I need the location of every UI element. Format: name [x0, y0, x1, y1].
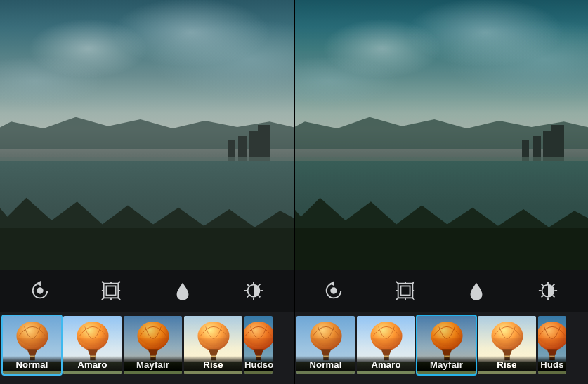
svg-point-37: [330, 287, 337, 293]
contrast-icon: [243, 280, 264, 301]
frame-icon: [100, 280, 122, 301]
blur-button[interactable]: [163, 275, 202, 306]
filter-thumbnail: Rise: [184, 316, 242, 374]
filter-rise[interactable]: Rise: [184, 316, 242, 381]
filter-normal[interactable]: Normal: [3, 316, 61, 381]
filter-hudson[interactable]: Huds: [538, 316, 566, 381]
blur-button[interactable]: [457, 275, 496, 306]
filter-thumbnail: Mayfair: [124, 316, 182, 374]
svg-line-40: [396, 282, 398, 284]
filter-rise[interactable]: Rise: [478, 316, 536, 381]
svg-line-20: [259, 284, 261, 286]
rotate-icon: [30, 280, 51, 301]
drop-icon: [466, 280, 487, 301]
filter-amaro[interactable]: Amaro: [63, 316, 122, 381]
filter-label: Mayfair: [417, 356, 476, 371]
filter-label: Normal: [296, 356, 355, 371]
preview-bridge: [0, 157, 294, 161]
rotate-button[interactable]: [314, 275, 353, 306]
filter-label: Huds: [538, 356, 566, 371]
filter-thumbnail: Huds: [538, 316, 566, 374]
filter-mayfair[interactable]: Mayfair: [417, 316, 476, 381]
svg-line-55: [542, 296, 544, 298]
edit-toolbar: [294, 270, 588, 312]
filter-hudson[interactable]: Hudso: [244, 316, 273, 381]
filter-label: Rise: [184, 356, 242, 371]
filter-label: Amaro: [357, 356, 415, 371]
svg-line-42: [396, 298, 398, 300]
svg-marker-0: [36, 281, 41, 286]
filter-thumbnail: Rise: [478, 316, 536, 374]
filter-label: Mayfair: [124, 356, 182, 371]
filter-mayfair[interactable]: Mayfair: [124, 316, 182, 381]
filter-thumbnail: Mayfair: [417, 316, 476, 374]
svg-line-43: [412, 298, 414, 300]
svg-rect-39: [400, 286, 410, 295]
svg-marker-36: [329, 281, 334, 286]
svg-line-54: [553, 296, 555, 298]
svg-line-53: [542, 284, 544, 286]
svg-line-17: [247, 284, 249, 286]
filter-amaro[interactable]: Amaro: [357, 316, 415, 381]
svg-line-4: [102, 282, 104, 284]
svg-line-7: [119, 298, 121, 300]
svg-line-41: [412, 282, 414, 284]
frame-button[interactable]: [91, 275, 131, 306]
filter-normal[interactable]: Normal: [296, 316, 355, 381]
rotate-icon: [323, 280, 344, 301]
editor-pane-right: Normal Amaro Mayfair: [294, 0, 588, 384]
svg-point-1: [37, 287, 43, 293]
edit-toolbar: [0, 270, 294, 312]
frame-button[interactable]: [386, 275, 425, 306]
editor-pane-left: Normal Amaro Mayfair: [0, 0, 294, 384]
filter-label: Hudso: [244, 356, 273, 371]
filter-label: Rise: [478, 356, 536, 371]
filter-label: Amaro: [63, 356, 122, 371]
svg-rect-3: [107, 286, 116, 295]
filter-thumbnail: Normal: [3, 316, 61, 374]
svg-line-18: [259, 296, 261, 298]
filter-thumbnail: Hudso: [244, 316, 273, 374]
photo-preview[interactable]: [294, 0, 588, 270]
app-root: Normal Amaro Mayfair: [0, 0, 588, 384]
filter-thumbnail: Normal: [296, 316, 355, 374]
preview-bridge: [294, 157, 588, 161]
filter-strip[interactable]: Normal Amaro Mayfair: [294, 312, 588, 384]
filter-strip[interactable]: Normal Amaro Mayfair: [0, 312, 294, 384]
svg-line-19: [247, 296, 249, 298]
lux-button[interactable]: [528, 275, 568, 306]
photo-preview[interactable]: [0, 0, 294, 270]
drop-icon: [172, 280, 193, 301]
svg-line-5: [119, 282, 121, 284]
frame-icon: [395, 280, 416, 301]
svg-line-56: [553, 284, 555, 286]
filter-label: Normal: [3, 356, 61, 371]
pane-divider: [294, 0, 295, 384]
lux-button[interactable]: [234, 275, 273, 306]
filter-thumbnail: Amaro: [63, 316, 122, 374]
filter-thumbnail: Amaro: [357, 316, 415, 374]
rotate-button[interactable]: [20, 275, 60, 306]
contrast-icon: [537, 280, 558, 301]
svg-line-6: [102, 298, 104, 300]
